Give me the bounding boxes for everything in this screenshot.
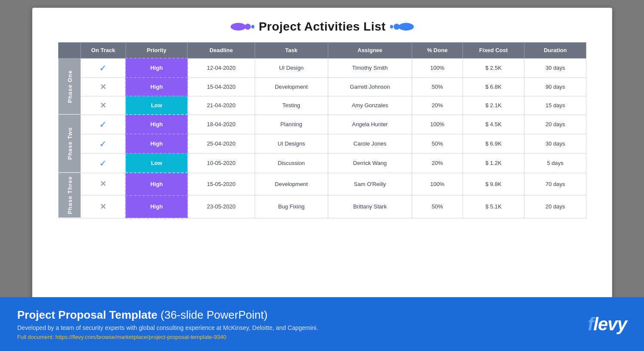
priority-cell: High: [126, 58, 188, 78]
on-track-cell: ✕: [81, 96, 126, 115]
cost-cell: $ 6.8K: [462, 78, 524, 96]
duration-cell: 30 days: [524, 134, 586, 153]
duration-cell: 70 days: [524, 173, 586, 196]
deadline-cell: 18-04-2020: [188, 115, 255, 134]
deadline-cell: 15-04-2020: [188, 78, 255, 96]
deadline-cell: 12-04-2020: [188, 58, 255, 78]
priority-cell: High: [126, 78, 188, 96]
project-table: On Track Priority Deadline Task Assignee…: [58, 42, 586, 218]
header-priority: Priority: [126, 43, 188, 59]
priority-cell: Low: [126, 153, 188, 173]
task-cell: UI Designs: [255, 134, 328, 153]
table-row: ✓Low10-05-2020DiscussionDerrick Wang20%$…: [59, 153, 586, 173]
duration-cell: 90 days: [524, 78, 586, 96]
assignee-cell: Sam O'Reilly: [328, 173, 412, 196]
duration-cell: 30 days: [524, 58, 586, 78]
table-container: On Track Priority Deadline Task Assignee…: [32, 42, 612, 218]
task-cell: Discussion: [255, 153, 328, 173]
duration-cell: 20 days: [524, 196, 586, 218]
done-cell: 20%: [412, 96, 462, 115]
footer-text-area: Project Proposal Template (36-slide Powe…: [17, 308, 318, 340]
flevy-logo-text: f: [588, 314, 593, 334]
on-track-cell: ✓: [81, 134, 126, 153]
priority-cell: High: [126, 196, 188, 218]
phase-cell: Phase One: [59, 58, 81, 115]
svg-point-1: [245, 24, 251, 30]
table-row: ✕Low21-04-2020TestingAmy Gonzales20%$ 2.…: [59, 96, 586, 115]
on-track-cell: ✕: [81, 173, 126, 196]
deco-left: [231, 22, 254, 31]
footer-title-bold: Project Proposal Template: [17, 308, 157, 321]
header-phase: [59, 43, 81, 59]
done-cell: 100%: [412, 58, 462, 78]
assignee-cell: Derrick Wang: [328, 153, 412, 173]
title-area: Project Activities List: [32, 8, 612, 42]
duration-cell: 5 days: [524, 153, 586, 173]
svg-point-5: [398, 23, 414, 31]
table-row: Phase Three✕High15-05-2020DevelopmentSam…: [59, 173, 586, 196]
cost-cell: $ 2.5K: [462, 58, 524, 78]
svg-point-3: [390, 25, 393, 28]
header-duration: Duration: [524, 43, 586, 59]
assignee-cell: Garrett Johnson: [328, 78, 412, 96]
done-cell: 50%: [412, 78, 462, 96]
on-track-cell: ✕: [81, 78, 126, 96]
priority-cell: Low: [126, 96, 188, 115]
header-on-track: On Track: [81, 43, 126, 59]
priority-cell: High: [126, 115, 188, 134]
deadline-cell: 21-04-2020: [188, 96, 255, 115]
footer-title-normal: (36-slide PowerPoint): [157, 308, 268, 321]
cost-cell: $ 6.9K: [462, 134, 524, 153]
done-cell: 100%: [412, 173, 462, 196]
deadline-cell: 10-05-2020: [188, 153, 255, 173]
cross-icon: ✕: [100, 101, 106, 110]
task-cell: Development: [255, 78, 328, 96]
table-header-row: On Track Priority Deadline Task Assignee…: [59, 43, 586, 59]
done-cell: 50%: [412, 134, 462, 153]
task-cell: Bug Fixing: [255, 196, 328, 218]
on-track-cell: ✕: [81, 196, 126, 218]
cross-icon: ✕: [100, 202, 106, 211]
cross-icon: ✕: [100, 180, 106, 188]
on-track-cell: ✓: [81, 115, 126, 134]
header-deadline: Deadline: [188, 43, 255, 59]
svg-point-0: [231, 23, 246, 31]
cost-cell: $ 2.1K: [462, 96, 524, 115]
duration-cell: 20 days: [524, 115, 586, 134]
done-cell: 50%: [412, 196, 462, 218]
assignee-cell: Brittany Stark: [328, 196, 412, 218]
cost-cell: $ 5.1K: [462, 196, 524, 218]
flevy-logo: flevy: [588, 314, 627, 335]
table-row: Phase Two✓High18-04-2020PlanningAngela H…: [59, 115, 586, 134]
priority-cell: High: [126, 134, 188, 153]
task-cell: Testing: [255, 96, 328, 115]
check-icon: ✓: [99, 139, 107, 149]
svg-point-2: [251, 25, 254, 28]
task-cell: Development: [255, 173, 328, 196]
priority-cell: High: [126, 173, 188, 196]
main-card: Project Activities List On Track Priorit…: [32, 8, 612, 305]
footer-link[interactable]: Full document: https://flevy.com/browse/…: [17, 334, 318, 340]
check-icon: ✓: [99, 158, 107, 168]
duration-cell: 15 days: [524, 96, 586, 115]
task-cell: UI Design: [255, 58, 328, 78]
assignee-cell: Timothy Smith: [328, 58, 412, 78]
cost-cell: $ 1.2K: [462, 153, 524, 173]
check-icon: ✓: [99, 120, 107, 129]
header-task: Task: [255, 43, 328, 59]
deadline-cell: 15-05-2020: [188, 173, 255, 196]
footer-title: Project Proposal Template (36-slide Powe…: [17, 308, 318, 322]
assignee-cell: Amy Gonzales: [328, 96, 412, 115]
header-assignee: Assignee: [328, 43, 412, 59]
task-cell: Planning: [255, 115, 328, 134]
on-track-cell: ✓: [81, 58, 126, 78]
phase-cell: Phase Two: [59, 115, 81, 173]
deadline-cell: 25-04-2020: [188, 134, 255, 153]
done-cell: 100%: [412, 115, 462, 134]
on-track-cell: ✓: [81, 153, 126, 173]
footer-description: Developed by a team of security experts …: [17, 324, 318, 331]
header-fixed-cost: Fixed Cost: [462, 43, 524, 59]
footer-bar: Project Proposal Template (36-slide Powe…: [0, 297, 644, 351]
table-row: ✓High25-04-2020UI DesignsCarole Jones50%…: [59, 134, 586, 153]
table-row: Phase One✓High12-04-2020UI DesignTimothy…: [59, 58, 586, 78]
